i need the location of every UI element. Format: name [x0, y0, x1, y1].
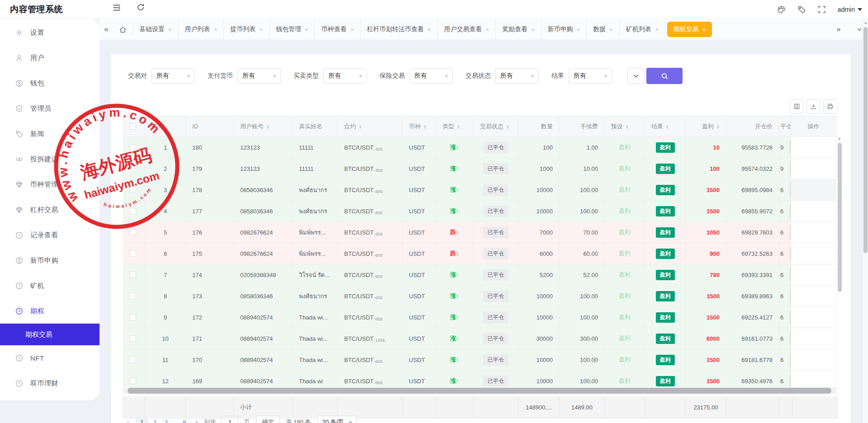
filter-select-3[interactable]: 所有▼ — [409, 68, 453, 84]
row-checkbox[interactable] — [130, 165, 136, 172]
page-scroll-up-icon[interactable]: ▲ — [864, 21, 868, 25]
sidebar-item-new-coin[interactable]: 新币申购 — [0, 248, 100, 273]
column-header-result[interactable]: 结果▲▼ — [645, 116, 686, 137]
sidebar-item-options[interactable]: 期权 — [0, 298, 100, 324]
close-icon[interactable]: × — [350, 26, 354, 33]
row-checkbox[interactable] — [130, 144, 136, 150]
sidebar-item-users[interactable]: 用户 — [0, 45, 100, 70]
tab-0[interactable]: 基础设置× — [133, 19, 179, 40]
row-checkbox[interactable] — [130, 272, 136, 278]
column-settings-button[interactable] — [790, 99, 804, 113]
row-checkbox[interactable] — [130, 335, 136, 342]
tag-icon[interactable] — [797, 5, 806, 14]
horizontal-scrollbar-thumb[interactable] — [128, 388, 831, 394]
filter-select-2[interactable]: 所有▼ — [323, 68, 367, 84]
search-button[interactable] — [646, 68, 683, 84]
column-header-profit[interactable]: 盈利▲▼ — [686, 116, 726, 137]
print-button[interactable] — [823, 99, 837, 113]
row-checkbox[interactable] — [130, 314, 136, 320]
scroll-up-icon[interactable]: ▲ — [838, 136, 841, 141]
tab-10[interactable]: 矿机列表× — [620, 19, 665, 40]
close-icon[interactable]: × — [305, 26, 308, 33]
sidebar-item-coins[interactable]: 币种管理 — [0, 172, 100, 197]
sort-icon[interactable]: ▲▼ — [359, 124, 362, 129]
expand-filters-button[interactable] — [627, 68, 645, 84]
sidebar-item-wallet[interactable]: 钱包 — [0, 70, 100, 96]
column-header-type[interactable]: 类型▲▼ — [436, 116, 474, 137]
goto-page-input[interactable]: 1 — [221, 416, 238, 423]
row-checkbox[interactable] — [130, 187, 136, 193]
page-number-2[interactable]: 2 — [150, 417, 160, 423]
tab-7[interactable]: 奖励查看× — [496, 19, 541, 40]
sort-icon[interactable]: ▲▼ — [506, 124, 509, 129]
collapse-menu-icon[interactable] — [112, 3, 125, 16]
row-checkbox[interactable] — [130, 378, 136, 384]
sort-icon[interactable]: ▲▼ — [266, 124, 270, 129]
tab-8[interactable]: 新币申购× — [541, 19, 587, 40]
column-header-preset[interactable]: 预设▲▼ — [605, 116, 645, 137]
sidebar-item-dual-finance[interactable]: 双币理财 — [0, 371, 100, 396]
row-checkbox[interactable] — [130, 208, 136, 214]
close-icon[interactable]: × — [168, 26, 172, 33]
tab-3[interactable]: 钱包管理× — [270, 19, 315, 40]
tab-6[interactable]: 用户交易查看× — [438, 19, 496, 40]
sidebar-item-leverage[interactable]: 杠杆交易 — [0, 197, 100, 222]
sidebar-item-settings[interactable]: 设置 — [0, 20, 100, 45]
column-header-contract[interactable]: 合约▲▼ — [338, 116, 403, 137]
goto-confirm-button[interactable]: 确定 — [256, 416, 280, 423]
filter-select-0[interactable]: 所有▼ — [152, 68, 195, 84]
page-number-1[interactable]: 1 — [136, 417, 148, 423]
sort-icon[interactable]: ▲▼ — [626, 124, 629, 129]
row-checkbox[interactable] — [130, 293, 136, 299]
row-checkbox[interactable] — [130, 229, 136, 235]
filter-select-1[interactable]: 所有▼ — [237, 68, 281, 84]
tab-9[interactable]: 数据× — [587, 19, 620, 40]
filter-select-5[interactable]: 所有▼ — [569, 68, 612, 84]
close-icon[interactable]: × — [531, 26, 535, 33]
next-page-icon[interactable]: › — [193, 418, 200, 423]
export-download-button[interactable] — [806, 99, 821, 113]
row-checkbox[interactable] — [130, 250, 136, 257]
user-menu[interactable]: admin — [838, 6, 862, 13]
close-icon[interactable]: × — [486, 26, 489, 33]
close-icon[interactable]: × — [609, 26, 613, 33]
sort-icon[interactable]: ▲▼ — [666, 124, 669, 129]
page-number-9[interactable]: 9 — [180, 417, 189, 423]
page-size-select[interactable]: 20 条/页 — [317, 416, 357, 423]
sidebar-item-records[interactable]: 记录查看 — [0, 222, 100, 248]
page-number-3[interactable]: 3 — [161, 417, 171, 423]
prev-page-icon[interactable]: ‹ — [124, 418, 132, 423]
table-vertical-scrollbar-thumb[interactable] — [838, 143, 842, 292]
close-icon[interactable]: × — [655, 26, 659, 33]
select-all-checkbox[interactable] — [130, 123, 136, 130]
close-icon[interactable]: × — [214, 26, 218, 33]
page-scrollbar-thumb[interactable] — [863, 27, 868, 253]
tab-11[interactable]: 期权交易× — [667, 22, 712, 37]
table-vertical-scrollbar[interactable]: ▲ — [837, 118, 842, 386]
sidebar-subitem-options[interactable]: 期权交易 — [0, 324, 100, 345]
page-scrollbar[interactable]: ▲ — [862, 19, 868, 423]
sidebar-item-miner[interactable]: 矿机 — [0, 273, 100, 298]
close-icon[interactable]: × — [427, 26, 431, 33]
column-header-coin[interactable]: 币种▲▼ — [403, 116, 436, 137]
sidebar-item-news[interactable]: 新闻 — [0, 121, 100, 146]
sidebar-item-nft[interactable]: NFT — [0, 345, 100, 371]
sidebar-item-admins[interactable]: 管理员 — [0, 96, 100, 121]
tab-4[interactable]: 币种查看× — [315, 19, 360, 40]
refresh-icon[interactable] — [137, 3, 149, 16]
close-icon[interactable]: × — [577, 26, 580, 33]
sort-icon[interactable]: ▲▼ — [716, 124, 720, 129]
horizontal-scrollbar[interactable] — [123, 387, 837, 394]
sort-icon[interactable]: ▲▼ — [423, 124, 427, 129]
filter-select-4[interactable]: 所有▼ — [495, 68, 539, 84]
tab-5[interactable]: 杠杆币划转法币查看× — [360, 19, 438, 40]
home-tab-icon[interactable] — [113, 24, 133, 35]
tabs-scroll-left-icon[interactable]: « — [100, 19, 113, 40]
row-checkbox[interactable] — [130, 357, 136, 363]
column-header-status[interactable]: 交易状态▲▼ — [474, 116, 518, 137]
tabs-scroll-right-icon[interactable]: » — [832, 19, 845, 40]
fullscreen-icon[interactable] — [818, 5, 826, 14]
close-icon[interactable]: × — [259, 26, 263, 33]
sort-icon[interactable]: ▲▼ — [457, 124, 460, 129]
column-header-account[interactable]: 用户账号▲▼ — [234, 116, 293, 137]
